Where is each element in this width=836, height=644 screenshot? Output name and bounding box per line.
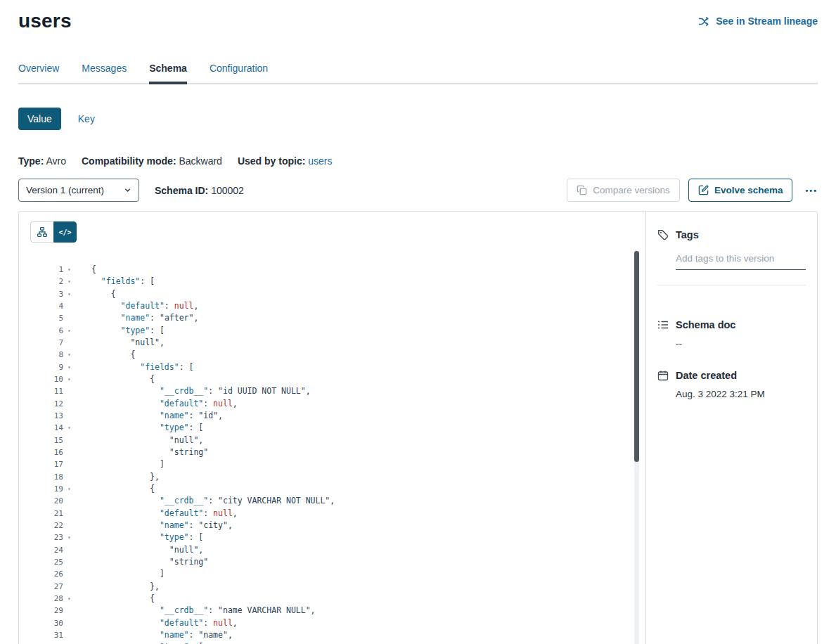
fold-toggle-icon[interactable]: ▾ <box>63 483 75 495</box>
more-options-button[interactable]: ••• <box>805 186 818 195</box>
type-value: Avro <box>46 155 66 167</box>
stream-lineage-icon <box>698 16 710 27</box>
schema-id: Schema ID: 100002 <box>155 185 244 196</box>
code-text: "string" <box>91 556 208 568</box>
code-text: "type": [ <box>91 325 165 337</box>
schema-id-label: Schema ID: <box>155 185 208 196</box>
code-text: "type": [ <box>91 532 203 543</box>
code-editor[interactable]: 1▾{2▾ "fields": [3▾ {4 "default": null,5… <box>19 264 645 644</box>
code-line: 1▾{ <box>19 264 645 276</box>
fold-toggle-icon[interactable]: ▾ <box>63 361 75 373</box>
fold-toggle-icon[interactable]: ▾ <box>63 325 75 337</box>
line-number: 1 <box>19 264 63 276</box>
tab-overview[interactable]: Overview <box>18 63 59 83</box>
code-line: 32▾ "type": [ <box>19 641 645 644</box>
key-tab-button[interactable]: Key <box>78 113 95 124</box>
code-line: 16 "string" <box>19 446 645 458</box>
line-number: 22 <box>19 520 63 532</box>
compare-versions-button[interactable]: Compare versions <box>567 179 680 202</box>
right-controls: Compare versions Evolve schema ••• <box>567 179 818 202</box>
code-text: "type": [ <box>91 641 203 644</box>
code-line: 21 "default": null, <box>19 508 645 520</box>
code-view-button[interactable]: </> <box>53 221 77 243</box>
code-text: }, <box>91 581 160 593</box>
version-select[interactable]: Version 1 (current) <box>18 179 139 202</box>
code-text: "__crdb__": "city VARCHAR NOT NULL", <box>91 495 335 507</box>
evolve-schema-label: Evolve schema <box>714 185 783 195</box>
value-tab-button[interactable]: Value <box>18 108 61 130</box>
fold-spacer <box>63 605 75 617</box>
line-number: 31 <box>19 629 63 641</box>
code-text: "name": "after", <box>91 312 198 324</box>
compat-group: Compatibility mode: Backward <box>82 155 222 167</box>
line-number: 6 <box>19 325 63 337</box>
line-number: 25 <box>19 556 63 568</box>
stream-lineage-link[interactable]: See in Stream lineage <box>698 15 818 27</box>
topic-group: Used by topic: users <box>238 155 333 167</box>
fold-spacer <box>63 385 75 397</box>
line-number: 4 <box>19 300 63 312</box>
code-text: "default": null, <box>91 398 238 410</box>
line-number: 16 <box>19 446 63 458</box>
tags-input[interactable] <box>676 253 806 270</box>
line-number: 20 <box>19 495 63 507</box>
fold-toggle-icon[interactable]: ▾ <box>63 276 75 288</box>
code-text: ] <box>91 458 165 470</box>
line-number: 30 <box>19 617 63 629</box>
tab-configuration[interactable]: Configuration <box>210 63 268 83</box>
schema-id-value: 100002 <box>211 185 244 196</box>
fold-toggle-icon[interactable]: ▾ <box>63 532 75 543</box>
code-text: "string" <box>91 446 208 458</box>
code-line: 2▾ "fields": [ <box>19 276 645 288</box>
sidebar-divider <box>657 285 806 285</box>
fold-spacer <box>63 398 75 410</box>
code-line: 7 "null", <box>19 337 645 349</box>
compare-versions-icon <box>577 185 587 195</box>
line-number: 23 <box>19 532 63 543</box>
fold-spacer <box>63 581 75 593</box>
type-label: Type: <box>18 155 44 167</box>
fold-toggle-icon[interactable]: ▾ <box>63 593 75 605</box>
tab-messages[interactable]: Messages <box>82 63 127 83</box>
code-line: 28▾ { <box>19 593 645 605</box>
scrollbar-thumb[interactable] <box>634 251 639 462</box>
line-number: 13 <box>19 410 63 422</box>
fold-toggle-icon[interactable]: ▾ <box>63 264 75 276</box>
fold-spacer <box>63 446 75 458</box>
fold-toggle-icon[interactable]: ▾ <box>63 641 75 644</box>
code-text: "fields": [ <box>91 276 155 288</box>
line-number: 3 <box>19 288 63 300</box>
tabs-bar: Overview Messages Schema Configuration <box>18 63 818 84</box>
tab-schema[interactable]: Schema <box>149 63 187 83</box>
code-line: 22 "name": "city", <box>19 520 645 532</box>
code-line: 26 ] <box>19 568 645 580</box>
evolve-schema-button[interactable]: Evolve schema <box>688 179 793 202</box>
schema-code-section: </> 1▾{2▾ "fields": [3▾ {4 "default": nu… <box>19 212 645 644</box>
tree-view-button[interactable] <box>30 221 53 243</box>
line-number: 12 <box>19 398 63 410</box>
fold-spacer <box>63 337 75 349</box>
line-number: 27 <box>19 581 63 593</box>
fold-toggle-icon[interactable]: ▾ <box>63 288 75 300</box>
edit-icon <box>698 185 709 195</box>
code-line: 9▾ "fields": [ <box>19 361 645 373</box>
code-scrollbar[interactable] <box>634 250 639 644</box>
fold-spacer <box>63 312 75 324</box>
fold-spacer <box>63 471 75 483</box>
code-line: 5 "name": "after", <box>19 312 645 324</box>
code-text: "default": null, <box>91 300 198 312</box>
code-text: "type": [ <box>91 422 203 434</box>
code-line: 27 }, <box>19 581 645 593</box>
line-number: 9 <box>19 361 63 373</box>
fold-toggle-icon[interactable]: ▾ <box>63 422 75 434</box>
line-number: 26 <box>19 568 63 580</box>
controls-row: Version 1 (current) Schema ID: 100002 Co… <box>18 179 818 202</box>
fold-toggle-icon[interactable]: ▾ <box>63 349 75 361</box>
value-key-toggle: Value Key <box>18 108 818 130</box>
topic-users-link[interactable]: users <box>308 155 332 167</box>
fold-toggle-icon[interactable]: ▾ <box>63 373 75 385</box>
code-line: 18 }, <box>19 471 645 483</box>
compare-versions-label: Compare versions <box>593 185 670 195</box>
date-created-section: Date created Aug. 3 2022 3:21 PM <box>657 370 806 399</box>
code-text: "__crdb__": "id UUID NOT NULL", <box>91 385 311 397</box>
